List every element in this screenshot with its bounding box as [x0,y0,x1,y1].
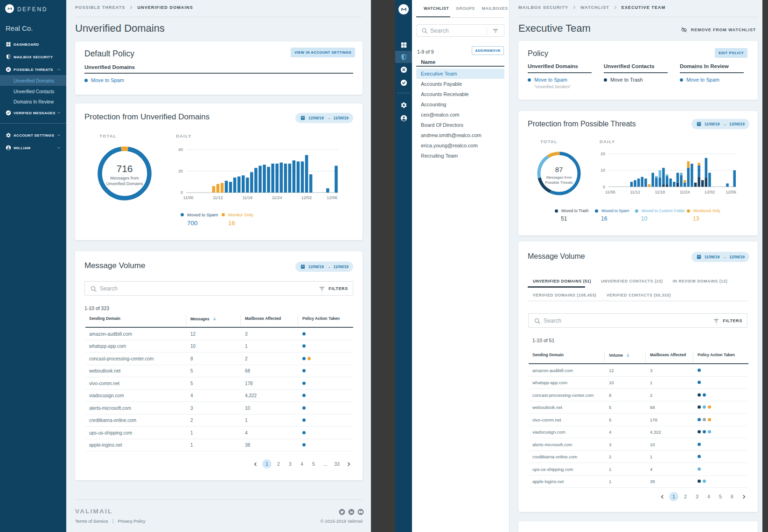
column-header[interactable]: Volume [609,352,631,358]
table-row[interactable]: apple-logins.net138 [529,476,748,488]
tab-watchlist[interactable]: WATCHLIST [424,6,449,11]
search-input[interactable] [100,282,260,295]
breadcrumb-item[interactable]: EXECUTIVE TEAM [621,5,665,10]
date-range-chip[interactable]: 12/06/19→11/06/19 [295,113,353,123]
next-page-button[interactable] [344,459,353,469]
breadcrumb-item[interactable]: POSSIBLE THREATS [75,5,125,10]
sidebar-subitem-domains-in-review[interactable]: Domains In Review [0,96,66,107]
tab-unverified-contacts-23-[interactable]: UNVERIFIED CONTACTS (23) [601,279,663,283]
linkedin-icon[interactable] [348,509,355,515]
table-row[interactable]: viadocusign.com44,322 [85,390,353,402]
table-row[interactable]: concast-processing-center.com82 [85,352,353,365]
table-row[interactable]: creditkarna-online.com21 [85,415,353,427]
view-in-account-settings-button[interactable]: VIEW IN ACCOUNT SETTINGS [291,48,355,57]
breadcrumb-item[interactable]: UNVERIFIED DOMAINS [137,5,193,10]
breadcrumb-item[interactable]: MAILBOX SECURITY [518,5,568,10]
date-range-chip[interactable]: 11/06/19→12/06/19 [691,252,749,262]
date-range-chip[interactable]: 12/06/19→11/06/19 [295,262,353,272]
page-button[interactable]: 5 [716,492,725,501]
table-row[interactable]: whatspp-app.com101 [529,377,748,389]
mini-sidebar-item-verified-messages[interactable] [395,79,412,86]
table-row[interactable]: amazon-audibill.com123 [85,328,353,340]
sidebar-item-possible-threats[interactable]: POSSIBLE THREATS [0,65,66,74]
next-page-button[interactable] [739,492,748,501]
list-item[interactable]: Recruiting Team [416,151,504,161]
page-button[interactable]: 4 [297,459,307,469]
list-item[interactable]: erica.young@realco.com [416,140,504,151]
list-item[interactable]: Accounts Receivable [416,89,504,99]
sidebar-item-user[interactable]: WILLIAM [0,143,66,152]
table-row[interactable]: viadocusign.com44,322 [529,426,748,439]
youtube-icon[interactable] [357,509,364,515]
page-button[interactable]: 2 [274,459,283,469]
legend-label: Monitor Only [228,212,253,217]
sidebar-item-dashboard[interactable]: DASHBOARD [0,40,66,49]
table-row[interactable]: vivo-comm.net5178 [529,414,748,426]
table-row[interactable]: weboutlook.net568 [529,401,748,414]
sidebar-item-mailbox-security[interactable]: MAILBOX SECURITY [0,52,66,62]
footer-link[interactable]: Privacy Policy [118,518,145,524]
previous-page-button[interactable] [657,492,667,501]
date-range-chip[interactable]: 11/06/19→12/06/19 [691,119,749,129]
remove-from-watchlist-button[interactable]: REMOVE FROM WATCHLIST [681,27,756,33]
column-header[interactable]: Policy Action Taken [302,316,340,321]
column-header[interactable]: Mailboxes Affected [245,316,281,321]
page-button[interactable]: 2 [681,492,690,501]
page-button[interactable]: 3 [692,492,702,501]
search-input[interactable] [544,314,675,327]
mini-sidebar-item-mailbox-security[interactable] [395,51,412,63]
footer-link[interactable]: Terms of Service [75,518,108,524]
column-header[interactable]: Sending Domain [89,316,120,321]
filter-icon[interactable] [492,28,499,34]
page-button[interactable]: 3 [286,459,295,469]
page-button[interactable]: 1 [669,492,678,501]
search-input[interactable] [430,25,478,36]
add-remove-button[interactable]: ADD/REMOVE [472,46,504,55]
sidebar-subitem-unverified-domains[interactable]: Unverified Domains [0,75,66,86]
mini-sidebar-item-possible-threats[interactable] [395,66,412,73]
column-header[interactable]: Messages [190,316,217,322]
tab-unverified-domains-51-[interactable]: UNVERIFIED DOMAINS (51) [533,279,591,283]
list-item[interactable]: andrew.smith@realco.com [416,130,504,140]
list-item[interactable]: Accounting [416,99,504,110]
sidebar-subitem-unverified-contacts[interactable]: Unverified Contacts [0,86,66,97]
table-row[interactable]: apple-logins.net138 [85,439,353,452]
list-item[interactable]: ceo@realco.com [416,110,504,120]
page-button[interactable]: 5 [309,459,318,469]
previous-page-button[interactable] [251,459,260,469]
page-button[interactable]: 6 [727,492,737,501]
tab-mailboxes[interactable]: MAILBOXES [482,6,508,11]
page-button[interactable]: 1 [262,459,272,469]
page-button[interactable]: 33 [332,459,342,469]
table-row[interactable]: creditkarna-online.com21 [529,451,748,463]
table-row[interactable]: concast-processing-center.com82 [529,389,748,401]
tab-verified-domains-108-453-[interactable]: VERIFIED DOMAINS (108,453) [533,293,596,297]
sidebar-item-verified-messages[interactable]: VERIFIED MESSAGES [0,108,66,117]
filters-button[interactable]: FILTERS [319,285,348,292]
twitter-icon[interactable] [339,509,345,515]
mini-sidebar-item-user[interactable] [395,114,412,122]
mini-sidebar-item-account-settings[interactable] [395,101,412,109]
sidebar-item-account-settings[interactable]: ACCOUNT SETTINGS [0,131,66,140]
table-row[interactable]: whatspp-app.com101 [85,340,353,353]
table-row[interactable]: weboutlook.net568 [85,365,353,378]
breadcrumb-item[interactable]: WATCHLIST [580,5,609,10]
tab-groups[interactable]: GROUPS [456,6,475,11]
page-button[interactable]: 4 [704,492,713,501]
table-row[interactable]: alerts-microsoft.com310 [529,438,748,451]
table-row[interactable]: ups-us-shipping.com14 [85,427,353,439]
column-header[interactable]: Policy Action Taken [698,352,735,357]
tab-verified-contacts-50-333-[interactable]: VERIFIED CONTACTS (50,333) [607,293,671,297]
filters-button[interactable]: FILTERS [713,318,742,324]
column-header[interactable]: Mailboxes Affected [650,352,686,357]
table-row[interactable]: amazon-audibill.com123 [529,364,748,377]
mini-sidebar-item-dashboard[interactable] [395,41,412,48]
table-row[interactable]: alerts-microsoft.com310 [85,402,353,415]
list-item[interactable]: Board Of Directors [416,120,504,130]
list-item[interactable]: Accounts Payable [416,79,504,89]
list-item[interactable]: Executive Team [416,69,504,79]
column-header[interactable]: Sending Domain [532,352,564,357]
table-row[interactable]: ups-us-shipping.com14 [529,463,748,476]
tab-in-review-domains-12-[interactable]: IN REVIEW DOMAINS (12) [673,279,728,283]
table-row[interactable]: vivo-comm.net5178 [85,377,353,390]
